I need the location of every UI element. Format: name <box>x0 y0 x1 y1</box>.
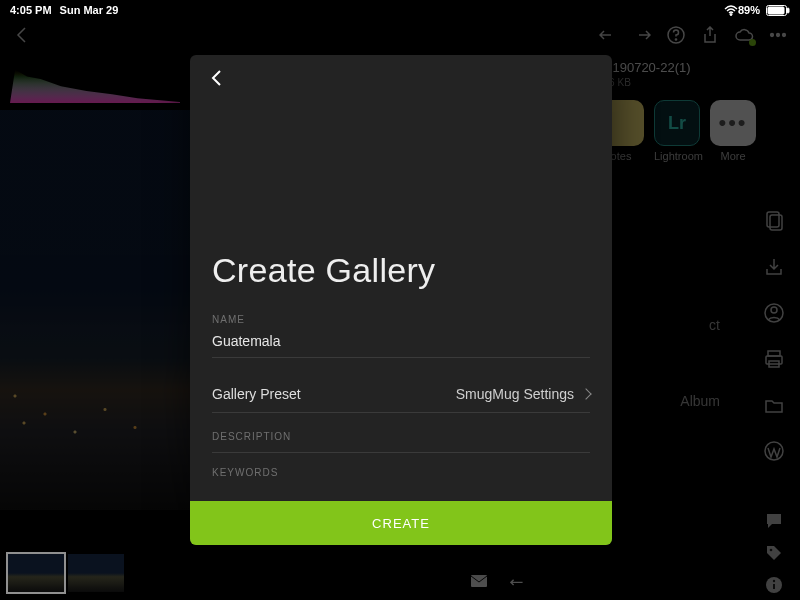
gallery-preset-label: Gallery Preset <box>212 386 301 402</box>
svg-rect-2 <box>768 7 784 14</box>
keywords-label[interactable]: KEYWORDS <box>212 467 590 478</box>
share-sheet: 20190720-22(1) 326 KB otes Lr Lightroom … <box>598 60 778 172</box>
name-field-label: NAME <box>212 314 590 325</box>
printer-icon[interactable] <box>763 348 785 370</box>
svg-point-0 <box>730 13 732 15</box>
gallery-preset-row[interactable]: Gallery Preset SmugMug Settings <box>212 376 590 413</box>
mail-icon[interactable] <box>470 574 488 592</box>
cloud-sync-icon[interactable] <box>734 25 754 45</box>
chevron-right-icon <box>580 388 591 399</box>
share-icon[interactable] <box>700 25 720 45</box>
statusbar-date: Sun Mar 29 <box>60 4 119 16</box>
wordpress-icon[interactable] <box>763 440 785 462</box>
bottom-icons <box>470 574 528 592</box>
redo-icon[interactable] <box>632 25 652 45</box>
wifi-icon <box>724 5 738 16</box>
ios-statusbar: 4:05 PM Sun Mar 29 89% <box>0 0 800 20</box>
gallery-name-input[interactable] <box>212 331 590 358</box>
svg-point-5 <box>675 39 676 40</box>
info-icon[interactable] <box>765 576 783 594</box>
back-chevron-icon[interactable] <box>12 25 32 45</box>
revert-icon[interactable] <box>510 574 528 592</box>
app-toolbar <box>0 20 800 50</box>
svg-rect-19 <box>773 584 775 589</box>
copy-icon[interactable] <box>763 210 785 232</box>
lightroom-icon: Lr <box>654 100 700 146</box>
tag-icon[interactable] <box>765 544 783 562</box>
thumbnail[interactable] <box>8 554 64 592</box>
statusbar-time: 4:05 PM <box>10 4 52 16</box>
svg-point-8 <box>783 34 786 37</box>
svg-point-12 <box>771 307 777 313</box>
more-icon[interactable] <box>768 25 788 45</box>
svg-rect-3 <box>787 8 789 13</box>
download-icon[interactable] <box>763 256 785 278</box>
share-app-more[interactable]: ••• More <box>710 100 756 162</box>
help-icon[interactable] <box>666 25 686 45</box>
right-rail <box>754 210 794 462</box>
filmstrip <box>8 554 124 592</box>
share-sheet-subtitle: 326 KB <box>598 77 778 88</box>
bg-label-album: Album <box>680 393 720 409</box>
gallery-preset-value: SmugMug Settings <box>456 386 574 402</box>
share-app-lightroom[interactable]: Lr Lightroom <box>654 100 700 162</box>
more-apps-icon: ••• <box>710 100 756 146</box>
create-button-label: CREATE <box>372 516 430 531</box>
comment-icon[interactable] <box>765 512 783 530</box>
svg-point-7 <box>777 34 780 37</box>
svg-point-20 <box>773 580 775 582</box>
thumbnail[interactable] <box>68 554 124 592</box>
create-gallery-modal: Create Gallery NAME Gallery Preset SmugM… <box>190 55 612 545</box>
description-label[interactable]: DESCRIPTION <box>212 431 590 453</box>
share-app-label: Lightroom <box>654 150 700 162</box>
bg-label-select: ct <box>709 317 720 333</box>
statusbar-battery-pct: 89% <box>738 4 760 16</box>
modal-title: Create Gallery <box>212 251 590 290</box>
undo-icon[interactable] <box>598 25 618 45</box>
create-button[interactable]: CREATE <box>190 501 612 545</box>
right-rail-bottom <box>754 512 794 594</box>
person-icon[interactable] <box>763 302 785 324</box>
folder-icon[interactable] <box>763 394 785 416</box>
svg-rect-21 <box>471 575 487 587</box>
battery-icon <box>766 5 790 16</box>
share-sheet-title: 20190720-22(1) <box>598 60 778 75</box>
svg-point-6 <box>771 34 774 37</box>
share-app-label: More <box>710 150 756 162</box>
histogram <box>10 55 180 103</box>
svg-point-17 <box>770 549 773 552</box>
modal-back-button[interactable] <box>204 66 228 90</box>
